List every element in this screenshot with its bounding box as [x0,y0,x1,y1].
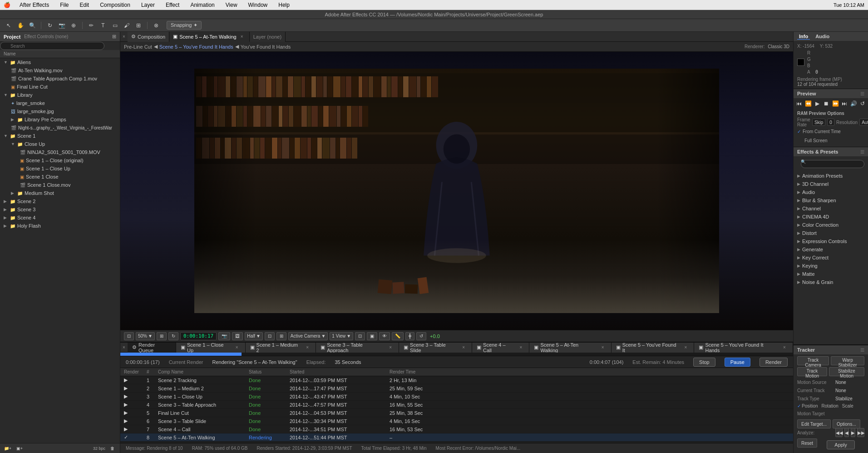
table-row[interactable]: ▶ 4 Scene 3 – Table Approach Done 2014-1… [120,401,793,409]
close-tab-btn[interactable]: × [781,344,788,351]
stabilize-motion-button[interactable]: Stabilize Motion [829,367,864,376]
tab-scene5-hands[interactable]: ▣ Scene 5 – You've Found It Hands × [694,343,793,353]
row-play[interactable]: ▶ [122,402,145,408]
breadcrumb-youve-found[interactable]: You've Found It Hands [241,44,291,50]
effect-keying[interactable]: ▶ Keying [794,262,868,270]
effect-generate[interactable]: ▶ Generate [794,245,868,254]
effect-matte[interactable]: ▶ Matte [794,270,868,278]
table-row[interactable]: ▶ 7 Scene 4 – Call Done 2014-12-...34:51… [120,425,793,433]
close-tab-btn[interactable]: × [233,344,241,351]
tab-layer[interactable]: Layer (none) [250,32,286,42]
tool-text[interactable]: T [98,21,108,30]
row-play[interactable]: ▶ [122,385,145,391]
project-tree[interactable]: ▼ 📁 Aliens 🎬 At-Ten Walking.mov 🎬 Crane … [0,58,120,443]
grid-btn[interactable]: ⊞ [157,332,167,340]
close-tab-btn[interactable]: × [517,344,524,351]
menu-file[interactable]: File [58,2,70,8]
row-checkmark[interactable]: ✓ [122,434,145,440]
next-frame-btn[interactable]: ⏩ [832,100,839,107]
menu-view[interactable]: View [224,2,239,8]
close-tab-btn[interactable]: × [599,344,607,351]
list-item[interactable]: ▣ Scene 1 – Close (original) [0,156,120,164]
table-row[interactable]: ▶ 3 Scene 1 – Close Up Done 2014-12-...4… [120,393,793,401]
tab-scene1-medium[interactable]: ▣ Scene 1 – Medium 2 × [246,343,316,353]
list-item[interactable]: ▼ 📁 Scene 1 [0,132,120,140]
tool-camera[interactable]: 📷 [57,21,67,30]
close-tab-btn[interactable]: × [238,33,246,40]
menu-layer[interactable]: Layer [139,2,157,8]
menu-window[interactable]: Window [247,2,270,8]
info-tab[interactable]: Info [797,34,810,40]
tool-rotate[interactable]: ↻ [45,21,55,30]
region-btn[interactable]: ⊡ [265,332,275,340]
effects-menu-icon[interactable]: ☰ [860,149,864,154]
effect-cinema4d[interactable]: ▶ CINEMA 4D [794,213,868,221]
apple-menu[interactable]: 🍎 [4,2,10,8]
skip-back-btn[interactable]: ⏮ [795,100,803,107]
list-item[interactable]: ▼ 📁 Aliens [0,58,120,66]
show-hide-btn[interactable]: 👁 [379,332,390,340]
list-item[interactable]: 🎬 At-Ten Walking.mov [0,66,120,75]
snapping-toggle[interactable]: Snapping ✦ [167,21,202,30]
menu-help[interactable]: Help [276,2,291,8]
list-item[interactable]: ▶ 📁 Scene 4 [0,214,120,222]
tool-brush[interactable]: 🖌 [122,21,132,30]
add-item-btn[interactable]: ⊞ [112,34,116,40]
close-panel-btn[interactable]: × [120,33,128,40]
options-button[interactable]: Options... [833,419,860,428]
close-tab-btn[interactable]: × [304,344,311,351]
list-item[interactable]: ▶ 📁 Library Pre Comps [0,115,120,124]
tool-hand[interactable]: ✋ [15,21,25,30]
preview-menu-icon[interactable]: ☰ [860,91,864,96]
reset-button[interactable]: Reset [797,438,817,448]
full-screen-label[interactable]: Full Screen [804,138,828,143]
tool-zoom[interactable]: 🔍 [27,21,37,30]
play-btn[interactable]: ▶ [814,100,821,107]
quality-dropdown[interactable]: Half ▼ [245,332,263,340]
track-motion-button[interactable]: Track Motion [797,367,827,376]
analyze-prev-btn[interactable]: ◀ [844,428,849,437]
resolution-dropdown[interactable]: Auto [859,119,868,126]
tool-pan[interactable]: ⊕ [69,21,79,30]
menu-effect[interactable]: Effect [164,2,181,8]
tool-puppet[interactable]: ⊗ [151,21,161,30]
row-play[interactable]: ▶ [122,393,145,399]
transparency-btn[interactable]: ▣ [367,332,377,340]
analyze-next-btn[interactable]: ▶ [851,428,855,437]
list-item[interactable]: ✦ large_smoke [0,99,120,107]
table-row[interactable]: ▶ 2 Scene 1 – Medium 2 Done 2014-12-...1… [120,384,793,393]
frame-rate-dropdown[interactable]: Skip [812,119,825,126]
tab-scene5-at-ten[interactable]: ▣ Scene 5 – At-Ten Walking × [529,343,611,353]
table-row[interactable]: ▶ 1 Scene 2 Tracking Done 2014-12-...03:… [120,376,793,384]
effect-distort[interactable]: ▶ Distort [794,229,868,237]
list-item[interactable]: ▣ Final Line Cut [0,83,120,91]
new-folder-btn[interactable]: 📁+ [3,444,13,453]
tracker-menu-icon[interactable]: ☰ [860,348,864,353]
apply-button[interactable]: Apply [827,440,855,449]
view-dropdown[interactable]: Active Camera ▼ [288,332,328,340]
list-item[interactable]: ▼ 📁 Close Up [0,140,120,148]
project-tab[interactable]: Project [4,34,20,40]
menu-after-effects[interactable]: After Effects [18,2,51,8]
viewport-expand-btn[interactable]: ⊡ [124,332,134,340]
close-tab-btn[interactable]: × [460,344,467,351]
effect-noise-grain[interactable]: ▶ Noise & Grain [794,278,868,286]
list-item[interactable]: 🖼 large_smoke.jpg [0,107,120,115]
menu-animation[interactable]: Animation [188,2,216,8]
toggle-pixel-btn[interactable]: ⊡ [355,332,365,340]
render-button[interactable]: Render [760,358,788,367]
effect-color-correction[interactable]: ▶ Color Correction [794,221,868,229]
reset-btn[interactable]: ↺ [416,332,426,340]
effect-channel[interactable]: ▶ Channel [794,204,868,213]
list-item[interactable]: ▣ Scene 1 – Close Up [0,164,120,173]
list-item[interactable]: 🎬 Night-s...graphy_-_West_Virginia_-_For… [0,124,120,132]
row-play[interactable]: ▶ [122,426,145,432]
close-tab-btn[interactable]: × [682,344,689,351]
track-camera-button[interactable]: Track Camera [797,356,829,365]
zoom-dropdown[interactable]: 50% ▼ [136,332,155,340]
list-item[interactable]: ▶ 📁 Scene 3 [0,205,120,214]
show-snapshot-btn[interactable]: 🖼 [232,332,243,340]
tab-scene3-table-approach[interactable]: ▣ Scene 3 – Table Approach × [316,343,399,353]
table-row[interactable]: ▶ 5 Final Line Cut Done 2014-12-...04:53… [120,409,793,417]
list-item[interactable]: ▶ 📁 Scene 2 [0,197,120,205]
